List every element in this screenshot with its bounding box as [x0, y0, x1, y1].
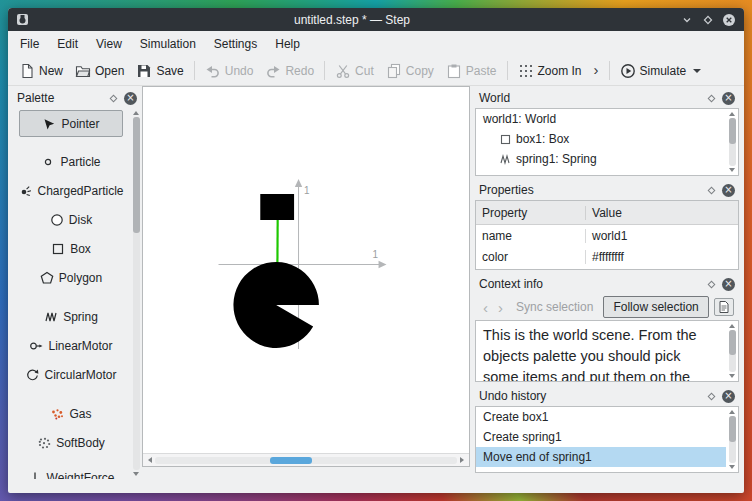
- scroll-up-icon[interactable]: [729, 324, 735, 328]
- context-scrollbar-track[interactable]: [729, 330, 736, 372]
- properties-header-row[interactable]: Property Value: [476, 201, 738, 225]
- undo-history-list: Create box1 Create spring1 Move end of s…: [475, 406, 739, 473]
- world-float-button[interactable]: [706, 93, 717, 104]
- property-row-time[interactable]: time 0.000: [476, 267, 738, 269]
- palette-item-pointer[interactable]: Pointer: [19, 110, 123, 137]
- palette-float-button[interactable]: [108, 93, 119, 104]
- palette-close-button[interactable]: ×: [124, 92, 137, 105]
- undo-scrollbar-thumb[interactable]: [729, 416, 736, 442]
- undo-item-create-spring1[interactable]: Create spring1: [476, 427, 726, 447]
- weight-force-icon: [28, 471, 42, 480]
- context-document-button[interactable]: [714, 298, 734, 316]
- simulate-button[interactable]: Simulate: [614, 59, 708, 83]
- world-close-button[interactable]: ×: [722, 92, 735, 105]
- save-button[interactable]: Save: [130, 59, 189, 83]
- redo-icon: [265, 63, 281, 79]
- palette-item-chargedparticle[interactable]: ChargedParticle: [12, 176, 130, 205]
- world-canvas[interactable]: 1 1: [142, 86, 470, 467]
- palette-list: Pointer Particle: [12, 108, 130, 479]
- undo-panel-title: Undo history: [479, 389, 701, 403]
- properties-float-button[interactable]: [706, 185, 717, 196]
- context-close-button[interactable]: ×: [722, 278, 735, 291]
- palette-item-disk[interactable]: Disk: [12, 205, 130, 234]
- world-scrollbar[interactable]: [726, 109, 738, 175]
- canvas-object-disk[interactable]: [233, 262, 318, 348]
- scene[interactable]: 1 1: [143, 87, 469, 453]
- palette-scrollbar[interactable]: [130, 108, 142, 479]
- world-tree: world1: World box1: Box sp: [475, 108, 739, 176]
- tree-item-world1[interactable]: world1: World: [476, 109, 726, 129]
- menu-help[interactable]: Help: [266, 33, 309, 55]
- undo-item-create-box1[interactable]: Create box1: [476, 407, 726, 427]
- undo-item-move-end-of-spring1[interactable]: Move end of spring1: [476, 447, 726, 467]
- open-button[interactable]: Open: [69, 59, 130, 83]
- scroll-down-icon[interactable]: [133, 472, 139, 476]
- scroll-down-icon[interactable]: [729, 465, 735, 469]
- property-row-name[interactable]: name world1: [476, 225, 738, 246]
- property-row-color[interactable]: color #ffffffff: [476, 246, 738, 267]
- menu-settings[interactable]: Settings: [205, 33, 266, 55]
- spring-icon: [500, 154, 511, 165]
- cut-button[interactable]: Cut: [329, 59, 380, 83]
- undo-scrollbar[interactable]: [726, 407, 738, 472]
- scroll-right-icon[interactable]: [460, 457, 464, 463]
- palette-item-weightforce[interactable]: WeightForce: [12, 463, 130, 479]
- undo-button[interactable]: Undo: [199, 59, 260, 83]
- zoom-in-button[interactable]: Zoom In: [512, 59, 588, 83]
- scroll-down-icon[interactable]: [729, 168, 735, 172]
- scroll-up-icon[interactable]: [729, 112, 735, 116]
- menu-simulation[interactable]: Simulation: [131, 33, 205, 55]
- linear-motor-icon: [29, 339, 43, 353]
- close-button[interactable]: [720, 11, 737, 28]
- undo-float-button[interactable]: [706, 391, 717, 402]
- float-diamond-icon: [707, 94, 716, 103]
- scroll-left-icon[interactable]: [148, 457, 152, 463]
- minimize-button[interactable]: [678, 11, 695, 28]
- soft-body-icon: [37, 436, 51, 450]
- palette-item-particle[interactable]: Particle: [12, 147, 130, 176]
- scroll-up-icon[interactable]: [133, 111, 139, 115]
- paste-button[interactable]: Paste: [440, 59, 503, 83]
- canvas-hscrollbar-thumb[interactable]: [270, 457, 312, 464]
- context-float-button[interactable]: [706, 279, 717, 290]
- palette-item-linearmotor[interactable]: LinearMotor: [12, 331, 130, 360]
- simulate-dropdown-icon[interactable]: [693, 69, 701, 73]
- canvas-object-box1[interactable]: [260, 194, 294, 220]
- world-scrollbar-thumb[interactable]: [729, 118, 736, 144]
- status-bar: [8, 479, 744, 493]
- maximize-button[interactable]: [699, 11, 716, 28]
- tree-item-spring1[interactable]: spring1: Spring: [476, 149, 726, 169]
- canvas-hscrollbar[interactable]: [143, 453, 469, 466]
- properties-close-button[interactable]: ×: [722, 184, 735, 197]
- window-title: untitled.step * — Step: [30, 13, 674, 27]
- new-button[interactable]: New: [13, 59, 69, 83]
- palette-scrollbar-thumb[interactable]: [133, 117, 140, 233]
- context-scrollbar[interactable]: [726, 321, 738, 381]
- follow-selection-button[interactable]: Follow selection: [603, 296, 708, 318]
- canvas-hscrollbar-track[interactable]: [155, 457, 457, 464]
- toolbar-overflow-button[interactable]: ›: [588, 60, 605, 81]
- scroll-down-icon[interactable]: [729, 374, 735, 378]
- context-scrollbar-thumb[interactable]: [729, 330, 736, 355]
- scroll-up-icon[interactable]: [729, 410, 735, 414]
- context-forward-button[interactable]: ›: [495, 300, 506, 315]
- titlebar[interactable]: untitled.step * — Step: [8, 8, 744, 31]
- palette-item-box[interactable]: Box: [12, 234, 130, 263]
- palette-item-circularmotor[interactable]: CircularMotor: [12, 360, 130, 389]
- menu-file[interactable]: File: [11, 33, 48, 55]
- world-scrollbar-track[interactable]: [729, 118, 736, 166]
- menu-view[interactable]: View: [87, 33, 131, 55]
- redo-button[interactable]: Redo: [259, 59, 320, 83]
- palette-item-gas[interactable]: Gas: [12, 399, 130, 428]
- palette-item-polygon[interactable]: Polygon: [12, 263, 130, 292]
- menu-edit[interactable]: Edit: [48, 33, 87, 55]
- sync-selection-button[interactable]: Sync selection: [510, 300, 599, 314]
- undo-close-button[interactable]: ×: [722, 390, 735, 403]
- tree-item-box1[interactable]: box1: Box: [476, 129, 726, 149]
- palette-item-spring[interactable]: Spring: [12, 302, 130, 331]
- undo-scrollbar-track[interactable]: [729, 416, 736, 463]
- palette-item-softbody[interactable]: SoftBody: [12, 428, 130, 457]
- context-back-button[interactable]: ‹: [480, 300, 491, 315]
- copy-button[interactable]: Copy: [380, 59, 440, 83]
- palette-scrollbar-track[interactable]: [133, 117, 140, 470]
